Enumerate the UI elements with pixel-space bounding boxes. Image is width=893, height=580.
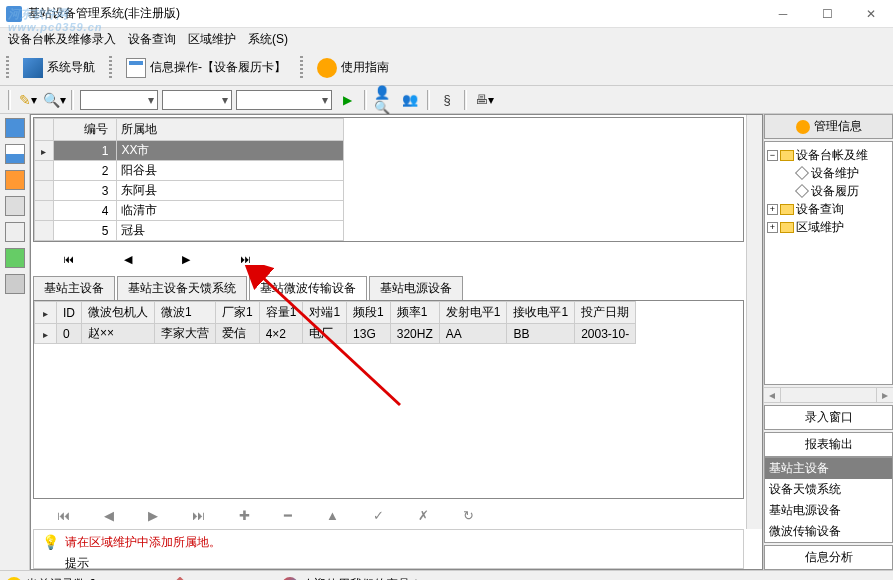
welcome-icon <box>282 577 298 581</box>
nav2-first[interactable]: ⏮ <box>57 508 70 523</box>
list-item[interactable]: 设备天馈系统 <box>765 479 892 500</box>
menu-device-ledger[interactable]: 设备台帐及维修录入 <box>8 31 116 48</box>
leaf-icon <box>795 166 809 180</box>
nav-info-op[interactable]: 信息操作-【设备履历卡】 <box>120 56 292 80</box>
tab-main-device[interactable]: 基站主设备 <box>33 276 115 300</box>
nav-prev[interactable]: ◀ <box>124 253 132 266</box>
combo-2[interactable] <box>162 90 232 110</box>
nav-last[interactable]: ⏭ <box>240 253 251 265</box>
leftbar-btn-2[interactable] <box>5 144 25 164</box>
left-toolbar <box>0 114 30 570</box>
nav2-prev[interactable]: ◀ <box>104 508 114 523</box>
toolbar: ✎▾ 🔍▾ ▶ 👤🔍 👥 § 🖶▾ <box>0 86 893 114</box>
search-button[interactable]: 🔍▾ <box>43 89 65 111</box>
section-input-window[interactable]: 录入窗口 <box>764 405 893 430</box>
detail-grid[interactable]: ID微波包机人微波1 厂家1容量1对端1 频段1频率1发射电平1 接收电平1投产… <box>34 301 743 498</box>
users-button[interactable]: 👥 <box>399 89 421 111</box>
titlebar: 基站设备管理系统(非注册版) ─ ☐ ✕ <box>0 0 893 28</box>
mgmt-tree[interactable]: −设备台帐及维 设备维护 设备履历 +设备查询 +区域维护 <box>764 141 893 385</box>
region-grid[interactable]: 编号所属地 1XX市 2阳谷县 3东阿县 4临清市 5冠县 <box>33 117 744 242</box>
leftbar-btn-6[interactable] <box>5 248 25 268</box>
minimize-button[interactable]: ─ <box>761 0 805 28</box>
leftbar-btn-3[interactable] <box>5 170 25 190</box>
close-button[interactable]: ✕ <box>849 0 893 28</box>
user-icon <box>172 577 188 581</box>
nav2-refresh[interactable]: ↻ <box>463 508 474 523</box>
printer-icon: 🖶 <box>475 92 488 107</box>
navbar: 系统导航 信息操作-【设备履历卡】 使用指南 <box>0 50 893 86</box>
document-icon <box>126 58 146 78</box>
nav-first[interactable]: ⏮ <box>63 253 74 265</box>
right-panel: 管理信息 −设备台帐及维 设备维护 设备履历 +设备查询 +区域维护 录入窗口 … <box>763 114 893 570</box>
nav-help[interactable]: 使用指南 <box>311 56 395 80</box>
nav2-ok[interactable]: ✓ <box>373 508 384 523</box>
list-item[interactable]: 微波传输设备 <box>765 521 892 542</box>
nav-next[interactable]: ▶ <box>182 253 190 266</box>
table-row[interactable]: 0赵××李家大营 爱信4×2电厂 13G320HZAA BB2003-10- <box>35 324 636 344</box>
tab-antenna-feed[interactable]: 基站主设备天馈系统 <box>117 276 247 300</box>
device-tabs: 基站主设备 基站主设备天馈系统 基站微波传输设备 基站电源设备 <box>31 272 744 300</box>
nav2-last[interactable]: ⏭ <box>192 508 205 523</box>
tab-power-device[interactable]: 基站电源设备 <box>369 276 463 300</box>
leftbar-btn-7[interactable] <box>5 274 25 294</box>
section-info-analysis[interactable]: 信息分析 <box>764 545 893 570</box>
person-search-icon: 👤🔍 <box>374 85 394 115</box>
section-report-output[interactable]: 报表输出 <box>764 432 893 457</box>
run-button[interactable]: ▶ <box>336 89 358 111</box>
people-icon: 👥 <box>402 92 418 107</box>
list-item[interactable]: 基站电源设备 <box>765 500 892 521</box>
list-item[interactable]: 基站主设备 <box>765 458 892 479</box>
menu-region-maint[interactable]: 区域维护 <box>188 31 236 48</box>
table-row[interactable]: 5冠县 <box>35 221 344 241</box>
right-header: 管理信息 <box>764 114 893 139</box>
play-icon: ▶ <box>343 93 352 107</box>
expand-icon[interactable]: + <box>767 204 778 215</box>
leftbar-btn-4[interactable] <box>5 196 25 216</box>
table-row[interactable]: 1XX市 <box>35 141 344 161</box>
separator <box>300 56 303 80</box>
menubar: 设备台帐及维修录入 设备查询 区域维护 系统(S) <box>0 28 893 50</box>
nav2-del[interactable]: ━ <box>284 508 292 523</box>
link-button[interactable]: § <box>436 89 458 111</box>
nav2-edit[interactable]: ▲ <box>326 508 339 523</box>
menu-system[interactable]: 系统(S) <box>248 31 288 48</box>
status-welcome: 欢迎使用我们的产品！ <box>302 576 422 580</box>
separator <box>109 56 112 80</box>
nav-system[interactable]: 系统导航 <box>17 56 101 80</box>
combo-3[interactable] <box>236 90 332 110</box>
nav2-cancel[interactable]: ✗ <box>418 508 429 523</box>
maximize-button[interactable]: ☐ <box>805 0 849 28</box>
v-scrollbar[interactable] <box>746 115 762 529</box>
table-row[interactable]: 3东阿县 <box>35 181 344 201</box>
hint-label: 提示 <box>65 555 221 572</box>
table-row[interactable]: 4临清市 <box>35 201 344 221</box>
folder-icon <box>780 222 794 233</box>
col-id[interactable]: 编号 <box>53 119 117 141</box>
collapse-icon[interactable]: − <box>767 150 778 161</box>
grid1-navigator: ⏮ ◀ ▶ ⏭ <box>33 248 744 270</box>
find-user-button[interactable]: 👤🔍 <box>373 89 395 111</box>
help-icon <box>317 58 337 78</box>
menu-device-query[interactable]: 设备查询 <box>128 31 176 48</box>
record-icon <box>6 577 22 581</box>
table-row[interactable]: 2阳谷县 <box>35 161 344 181</box>
leftbar-btn-1[interactable] <box>5 118 25 138</box>
expand-icon[interactable]: + <box>767 222 778 233</box>
tab-microwave[interactable]: 基站微波传输设备 <box>249 276 367 300</box>
nav2-add[interactable]: ✚ <box>239 508 250 523</box>
window-title: 基站设备管理系统(非注册版) <box>28 5 761 22</box>
leftbar-btn-5[interactable] <box>5 222 25 242</box>
nav2-next[interactable]: ▶ <box>148 508 158 523</box>
print-button[interactable]: 🖶▾ <box>473 89 495 111</box>
hint-message: 请在区域维护中添加所属地。 <box>65 534 221 551</box>
combo-1[interactable] <box>80 90 158 110</box>
leaf-icon <box>795 184 809 198</box>
col-region[interactable]: 所属地 <box>117 119 344 141</box>
hint-panel: 💡 请在区域维护中添加所属地。 提示 <box>33 529 744 569</box>
status-records: 当前记录数 6 <box>26 576 96 580</box>
edit-button[interactable]: ✎▾ <box>17 89 39 111</box>
tree-h-scroll[interactable] <box>764 387 893 403</box>
report-list[interactable]: 基站主设备 设备天馈系统 基站电源设备 微波传输设备 <box>764 457 893 543</box>
bulb-icon: 💡 <box>42 534 59 550</box>
separator <box>6 56 9 80</box>
